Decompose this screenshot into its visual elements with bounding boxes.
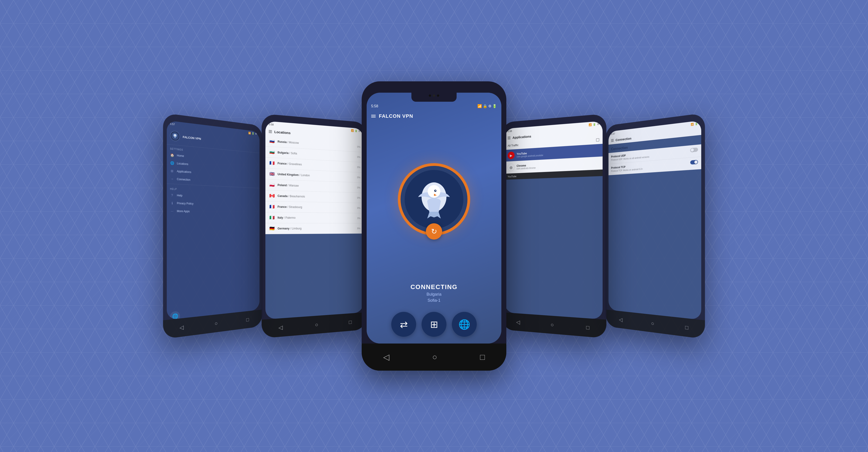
speaker bbox=[433, 94, 435, 97]
menu-item-help-label: Help bbox=[177, 194, 182, 197]
menu-avatar bbox=[170, 130, 180, 142]
uk-flag: 🇬🇧 bbox=[269, 171, 275, 177]
menu-hamburger[interactable] bbox=[269, 130, 272, 133]
back-btn[interactable]: ◁ bbox=[278, 324, 283, 331]
home-button[interactable]: ○ bbox=[215, 320, 218, 327]
right-inner-time: 5:58 bbox=[508, 129, 512, 132]
eagle-logo bbox=[411, 177, 457, 222]
center-back-btn[interactable]: ◁ bbox=[383, 352, 390, 362]
recents-btn[interactable]: □ bbox=[349, 319, 352, 325]
vpn-header: FALCON VPN bbox=[367, 110, 501, 122]
locations-title: Locations bbox=[274, 130, 290, 135]
udp-toggle[interactable] bbox=[690, 147, 698, 152]
vpn-status-area: CONNECTING Bulgaria Sofia-1 bbox=[367, 272, 501, 308]
camera-notch bbox=[411, 93, 457, 102]
ro-back-btn[interactable]: ◁ bbox=[619, 316, 622, 323]
phones-container: 5:57 📶 🔋 ⚙ bbox=[145, 45, 723, 407]
ro-home-btn[interactable]: ○ bbox=[651, 320, 654, 327]
locations-icon: 🌐 bbox=[170, 161, 174, 165]
home-btn[interactable]: ○ bbox=[315, 321, 318, 328]
conn-hamburger[interactable] bbox=[611, 139, 614, 142]
bulgaria-flag: 🇧🇬 bbox=[269, 149, 275, 156]
connection-header-title: Connection bbox=[616, 136, 631, 142]
vpn-location-line2: Sofia-1 bbox=[367, 298, 501, 303]
right-outer-screen: 5:57 📶 🔋 Connection Connection Pr bbox=[609, 121, 701, 320]
apps-hamburger[interactable] bbox=[508, 136, 510, 139]
vpn-swap-button[interactable]: ⇄ bbox=[391, 312, 416, 337]
all-traffic-checkbox[interactable] bbox=[596, 138, 599, 141]
applications-icon: ⊞ bbox=[170, 169, 174, 173]
center-home-btn[interactable]: ○ bbox=[432, 352, 437, 362]
connection-icon: → bbox=[170, 177, 174, 181]
left-outer-status-icons: 📶 🔋 ⚙ bbox=[248, 132, 257, 135]
vpn-grid-button[interactable]: ⊞ bbox=[422, 312, 446, 337]
menu-item-locations-label: Locations bbox=[177, 162, 188, 166]
right-inner-phone: 5:58 📶 🔋 ⚙ Applications All Traffic bbox=[502, 114, 607, 338]
vpn-logo-ring: ↻ bbox=[398, 163, 470, 235]
sensor bbox=[437, 94, 439, 97]
germany-flag: 🇩🇪 bbox=[269, 225, 275, 232]
menu-item-more-apps-label: More Apps bbox=[177, 209, 190, 213]
left-outer-screen: 5:57 📶 🔋 ⚙ bbox=[167, 121, 259, 320]
svg-point-10 bbox=[435, 190, 436, 191]
poland-flag: 🇵🇱 bbox=[269, 182, 275, 188]
france2-flag: 🇫🇷 bbox=[269, 203, 275, 210]
left-inner-screen: 5:58 📶 🔋 ⚙ Locations 🇷🇺 R bbox=[266, 121, 363, 319]
menu-item-connection-label: Connection bbox=[177, 177, 190, 182]
vpn-globe-button[interactable]: 🌐 bbox=[452, 312, 477, 337]
left-outer-phone: 5:57 📶 🔋 ⚙ bbox=[163, 113, 262, 339]
left-inner-phone: 5:58 📶 🔋 ⚙ Locations 🇷🇺 R bbox=[261, 114, 366, 338]
location-item-italy[interactable]: 🇮🇹 Italy / Palermo 3% bbox=[266, 212, 363, 223]
location-item-france2[interactable]: 🇫🇷 France / Strasbourg 0% bbox=[266, 201, 363, 213]
back-button[interactable]: ◁ bbox=[180, 324, 184, 331]
vpn-refresh-button[interactable]: ↻ bbox=[426, 223, 442, 239]
menu-app-name: FALCON VPN bbox=[183, 135, 201, 140]
bottom-app-name: YouTube bbox=[508, 175, 517, 178]
center-navbar: ◁ ○ □ bbox=[362, 344, 506, 370]
ro-recents-btn[interactable]: □ bbox=[685, 324, 688, 331]
tcp-toggle[interactable] bbox=[690, 160, 698, 164]
center-time: 5:58 bbox=[371, 104, 378, 108]
right-outer-phone: 5:57 📶 🔋 Connection Connection Pr bbox=[606, 113, 705, 339]
vpn-bottom-buttons: ⇄ ⊞ 🌐 bbox=[367, 308, 501, 344]
france-flag: 🇫🇷 bbox=[269, 160, 275, 166]
menu-item-home-label: Home bbox=[177, 154, 184, 158]
menu-item-privacy-label: Privacy Policy bbox=[177, 202, 193, 205]
locations-list: 🇷🇺 Russia / Moscow 0% 🇧🇬 Bulgaria / Sofi… bbox=[266, 135, 363, 234]
home-icon: 🏠 bbox=[170, 153, 174, 157]
center-screen: 5:58 📶 🔒 ⚙ 🔋 FALCON VPN bbox=[367, 93, 501, 344]
menu-screen: FALCON VPN Settings 🏠 Home 🌐 Locations ⊞… bbox=[167, 126, 259, 320]
vpn-main-screen: 5:58 📶 🔒 ⚙ 🔋 FALCON VPN bbox=[367, 93, 501, 344]
applications-title: Applications bbox=[513, 134, 531, 139]
vpn-location-line1: Bulgaria bbox=[367, 292, 501, 297]
right-outer-time: 5:57 bbox=[611, 132, 615, 135]
more-apps-icon: ··· bbox=[170, 209, 174, 213]
right-inner-screen: 5:58 📶 🔋 ⚙ Applications All Traffic bbox=[505, 121, 602, 319]
help-icon: ? bbox=[170, 193, 174, 197]
center-recents-btn[interactable]: □ bbox=[480, 352, 485, 362]
left-outer-time: 5:57 bbox=[170, 122, 175, 126]
menu-item-applications-label: Applications bbox=[177, 170, 191, 174]
ri-recents-btn[interactable]: □ bbox=[586, 324, 590, 331]
front-camera bbox=[429, 94, 431, 97]
recents-button[interactable]: □ bbox=[246, 316, 249, 323]
italy-flag: 🇮🇹 bbox=[269, 214, 275, 221]
vpn-app-title: FALCON VPN bbox=[379, 113, 413, 119]
vpn-logo-area: ↻ bbox=[367, 122, 501, 272]
youtube-icon: ▶ bbox=[508, 152, 515, 159]
center-phone: 5:58 📶 🔒 ⚙ 🔋 FALCON VPN bbox=[362, 82, 506, 370]
all-traffic-label: All Traffic bbox=[508, 143, 519, 147]
location-item-germany[interactable]: 🇩🇪 Germany / Limburg 9% bbox=[266, 223, 363, 234]
chrome-icon: ◎ bbox=[508, 163, 515, 171]
vpn-status-text: CONNECTING bbox=[367, 283, 501, 291]
ri-home-btn[interactable]: ○ bbox=[551, 322, 554, 328]
privacy-icon: ℹ bbox=[170, 201, 174, 205]
vpn-hamburger[interactable] bbox=[371, 115, 376, 118]
russia-flag: 🇷🇺 bbox=[269, 138, 275, 144]
ri-back-btn[interactable]: ◁ bbox=[516, 319, 520, 325]
vpn-logo-inner bbox=[405, 170, 463, 229]
left-inner-time: 5:58 bbox=[269, 123, 274, 126]
canada-flag: 🇨🇦 bbox=[269, 193, 275, 199]
